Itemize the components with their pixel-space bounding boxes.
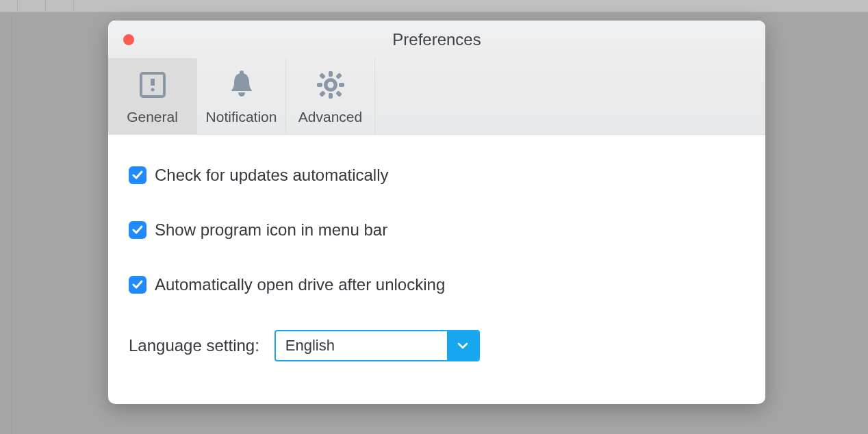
preferences-window: Preferences General Notification	[108, 21, 765, 404]
check-icon	[131, 224, 144, 236]
titlebar: Preferences	[108, 21, 765, 58]
svg-rect-11	[319, 90, 326, 97]
tab-label: Notification	[206, 109, 277, 125]
option-row-show-menu-icon: Show program icon in menu bar	[129, 220, 745, 240]
gear-icon	[314, 68, 348, 102]
svg-rect-8	[339, 83, 344, 87]
bell-icon	[225, 68, 259, 102]
svg-rect-7	[317, 83, 322, 87]
svg-rect-12	[335, 90, 342, 97]
tab-bar: General Notification	[108, 58, 765, 135]
general-pane: Check for updates automatically Show pro…	[108, 135, 765, 382]
check-icon	[131, 279, 144, 291]
checkbox-check-updates[interactable]	[129, 166, 146, 184]
option-label: Check for updates automatically	[155, 166, 389, 185]
tab-label: Advanced	[298, 109, 362, 125]
background-toolbar	[0, 0, 868, 12]
svg-point-2	[151, 88, 154, 91]
tab-general[interactable]: General	[108, 58, 197, 134]
language-select[interactable]: English	[275, 330, 480, 361]
general-icon	[136, 68, 170, 102]
option-label: Automatically open drive after unlocking	[155, 275, 445, 294]
language-row: Language setting: English	[129, 330, 745, 361]
svg-rect-5	[329, 71, 333, 77]
language-label: Language setting:	[129, 336, 259, 355]
checkbox-auto-open-drive[interactable]	[129, 276, 146, 294]
svg-point-3	[240, 71, 244, 75]
svg-rect-10	[335, 73, 342, 79]
window-title: Preferences	[108, 30, 765, 49]
option-row-check-updates: Check for updates automatically	[129, 166, 745, 185]
svg-rect-1	[151, 79, 155, 86]
tab-notification[interactable]: Notification	[197, 58, 286, 134]
tab-advanced[interactable]: Advanced	[286, 58, 375, 134]
checkbox-show-menu-icon[interactable]	[129, 221, 146, 239]
option-label: Show program icon in menu bar	[155, 220, 387, 240]
chevron-down-icon	[456, 339, 470, 353]
background-divider	[11, 12, 12, 434]
svg-rect-6	[329, 93, 333, 99]
select-handle	[447, 331, 478, 360]
tab-label: General	[127, 109, 178, 125]
svg-rect-9	[319, 73, 326, 79]
language-selected-value: English	[276, 331, 447, 360]
check-icon	[131, 169, 144, 181]
svg-point-13	[327, 81, 333, 88]
option-row-auto-open-drive: Automatically open drive after unlocking	[129, 275, 745, 294]
